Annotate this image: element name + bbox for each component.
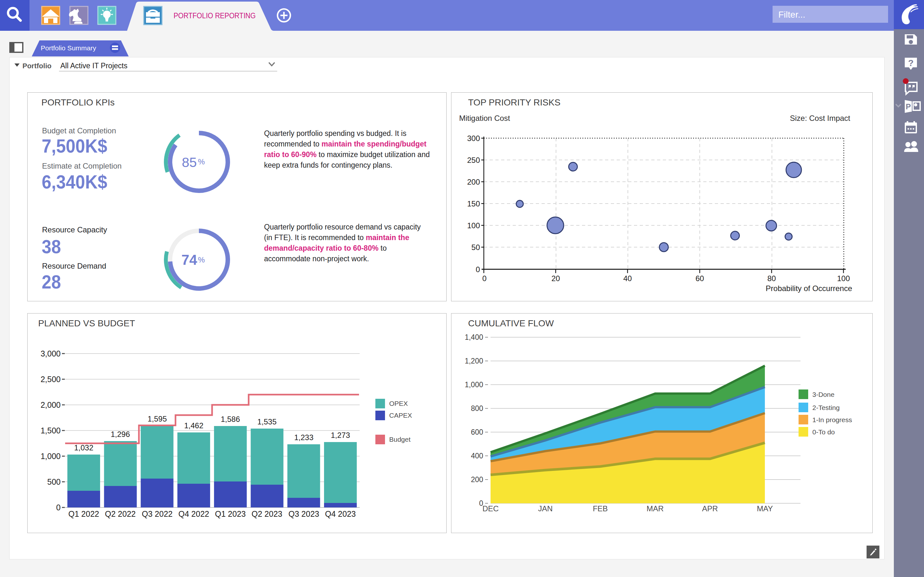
svg-text:1,586: 1,586 [221,415,240,424]
svg-text:Probability of Occurrence: Probability of Occurrence [766,284,852,293]
svg-text:APR: APR [702,504,718,513]
svg-text:Q1 2023: Q1 2023 [215,509,246,518]
svg-text:Q2 2023: Q2 2023 [252,509,282,518]
svg-text:DEC: DEC [483,504,499,513]
svg-text:1,273: 1,273 [331,431,350,440]
svg-text:FEB: FEB [593,504,608,513]
svg-text:Budget: Budget [389,436,411,443]
svg-text:1,535: 1,535 [257,417,276,426]
svg-text:100: 100 [467,221,480,230]
svg-text:MAY: MAY [757,504,773,513]
svg-text:1-In progress: 1-In progress [813,416,852,424]
svg-text:80: 80 [767,274,776,283]
svg-text:2-Testing: 2-Testing [813,404,840,411]
svg-text:50: 50 [471,243,480,251]
svg-text:Q3 2023: Q3 2023 [288,509,319,518]
svg-text:OPEX: OPEX [389,400,408,407]
svg-text:Mitigation Cost: Mitigation Cost [459,114,510,122]
svg-text:600: 600 [471,428,483,436]
svg-text:1,200: 1,200 [465,357,483,365]
svg-text:800: 800 [471,404,483,413]
svg-text:Q4 2022: Q4 2022 [178,509,209,518]
svg-text:1,296: 1,296 [111,430,130,438]
svg-text:200: 200 [467,177,480,186]
svg-text:Q1 2022: Q1 2022 [68,509,99,518]
svg-text:%: % [198,255,205,264]
svg-text:150: 150 [467,199,480,208]
svg-text:1,400: 1,400 [465,333,483,342]
svg-text:100: 100 [837,274,850,283]
svg-text:0: 0 [482,274,486,283]
svg-text:MAR: MAR [646,504,664,513]
svg-text:400: 400 [471,452,483,460]
svg-text:60: 60 [696,274,704,283]
svg-text:40: 40 [624,274,632,283]
svg-text:3,000: 3,000 [40,349,61,358]
svg-text:1,500: 1,500 [40,426,61,435]
svg-text:Q3 2022: Q3 2022 [142,509,173,518]
svg-text:20: 20 [551,274,560,283]
svg-text:Q2 2022: Q2 2022 [105,509,136,518]
svg-text:?: ? [908,58,913,68]
svg-text:1,462: 1,462 [184,421,204,430]
svg-text:500: 500 [47,477,61,486]
svg-text:250: 250 [467,156,480,164]
svg-text:JAN: JAN [538,504,552,513]
svg-text:74: 74 [182,252,197,268]
svg-text:1,595: 1,595 [148,414,167,423]
svg-text:Q4 2023: Q4 2023 [325,509,356,518]
svg-text:1,032: 1,032 [74,443,94,452]
svg-text:0: 0 [56,503,61,512]
svg-text:%: % [198,157,205,166]
svg-text:3-Done: 3-Done [813,391,835,398]
svg-text:P: P [906,102,911,111]
svg-text:1,000: 1,000 [465,380,483,389]
svg-text:Size: Cost Impact: Size: Cost Impact [790,114,850,122]
svg-text:85: 85 [182,155,197,170]
svg-text:1,233: 1,233 [294,433,313,442]
svg-text:200: 200 [471,475,483,484]
svg-text:300: 300 [467,134,480,143]
svg-text:0: 0 [476,265,480,274]
svg-text:0-To do: 0-To do [813,428,835,436]
svg-text:2,000: 2,000 [40,400,61,409]
svg-text:CAPEX: CAPEX [389,412,412,419]
svg-text:1,000: 1,000 [40,452,61,461]
svg-text:2,500: 2,500 [40,375,61,384]
